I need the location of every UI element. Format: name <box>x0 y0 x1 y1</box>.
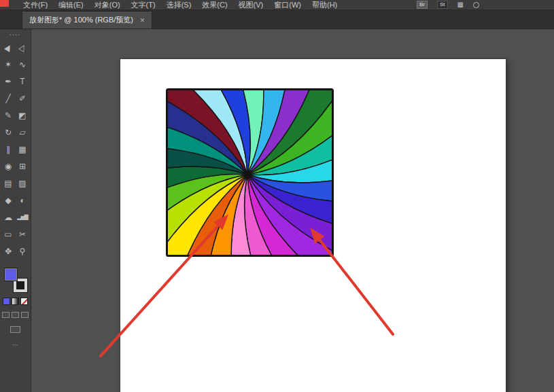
bridge-icon[interactable]: Br <box>417 1 428 9</box>
drawing-mode-buttons <box>2 312 29 318</box>
tools-panel: •••• ▶▷✶∿✒T╱✐✎◩↻▱∥▦◉⊞▤▨◆◐☁▂▅▇▭✂✥⚲ ⋯ <box>0 29 31 392</box>
fill-swatch[interactable] <box>4 268 18 281</box>
draw-inside-button[interactable] <box>21 312 29 318</box>
draw-behind-button[interactable] <box>12 312 19 318</box>
eyedropper-tool-icon[interactable]: ◆ <box>1 192 16 209</box>
toolbar-drag-handle[interactable]: •••• <box>10 32 20 37</box>
document-tab-bar: 放射图形* @ 100% (RGB/预览) × <box>0 10 554 29</box>
menu-item[interactable]: 文件(F) <box>18 0 53 10</box>
screen-mode-button[interactable] <box>10 326 20 333</box>
gradient-tool-icon[interactable]: ▨ <box>16 175 30 192</box>
color-mode-buttons <box>3 298 28 305</box>
tools-grid: ▶▷✶∿✒T╱✐✎◩↻▱∥▦◉⊞▤▨◆◐☁▂▅▇▭✂✥⚲ <box>1 39 30 260</box>
app-icon <box>0 0 9 7</box>
tab-close-icon[interactable]: × <box>140 16 145 25</box>
width-tool-icon[interactable]: ∥ <box>1 141 16 158</box>
topbar-right: Br St ▦ <box>417 1 554 9</box>
slice-tool-icon[interactable]: ✂ <box>16 226 30 243</box>
arrange-documents-icon[interactable]: ▦ <box>457 1 464 8</box>
shape-builder-tool-icon[interactable]: ◉ <box>1 158 16 175</box>
perspective-grid-tool-icon[interactable]: ⊞ <box>16 158 30 175</box>
menu-item[interactable]: 选择(S) <box>161 0 197 10</box>
draw-normal-button[interactable] <box>2 312 10 318</box>
selection-tool-icon[interactable]: ▶ <box>1 39 16 56</box>
scale-tool-icon[interactable]: ▱ <box>16 124 30 141</box>
pen-tool-icon[interactable]: ✒ <box>1 73 16 90</box>
menu-item[interactable]: 窗口(W) <box>269 0 307 10</box>
menu-item[interactable]: 效果(C) <box>196 0 232 10</box>
paintbrush-tool-icon[interactable]: ✐ <box>16 90 30 107</box>
toolbar-more-icon[interactable]: ⋯ <box>12 341 19 349</box>
type-tool-icon[interactable]: T <box>16 73 30 90</box>
menu-bar: 文件(F)编辑(E)对象(O)文字(T)选择(S)效果(C)视图(V)窗口(W)… <box>0 0 554 10</box>
stock-icon[interactable]: St <box>437 1 448 9</box>
menu-item[interactable]: 帮助(H) <box>307 0 343 10</box>
hand-tool-icon[interactable]: ✥ <box>1 243 16 260</box>
symbol-sprayer-tool-icon[interactable]: ☁ <box>1 209 16 226</box>
artboard-tool-icon[interactable]: ▭ <box>1 226 16 243</box>
magic-wand-tool-icon[interactable]: ✶ <box>1 56 16 73</box>
free-transform-tool-icon[interactable]: ▦ <box>16 141 30 158</box>
eraser-tool-icon[interactable]: ◩ <box>16 107 30 124</box>
fill-stroke-indicator <box>4 268 27 292</box>
color-button[interactable] <box>3 298 10 305</box>
canvas-area[interactable] <box>31 29 554 392</box>
document-tab-title: 放射图形* @ 100% (RGB/预览) <box>29 15 133 25</box>
column-graph-tool-icon[interactable]: ▂▅▇ <box>16 209 30 226</box>
document-tab[interactable]: 放射图形* @ 100% (RGB/预览) × <box>22 11 152 29</box>
radial-swirl-artwork[interactable] <box>166 88 334 257</box>
lasso-tool-icon[interactable]: ∿ <box>16 56 30 73</box>
menu-item[interactable]: 编辑(E) <box>53 0 89 10</box>
gradient-button[interactable] <box>12 298 19 305</box>
zoom-tool-icon[interactable]: ⚲ <box>16 243 30 260</box>
none-button[interactable] <box>20 298 28 305</box>
direct-selection-tool-icon[interactable]: ▷ <box>16 39 30 56</box>
artboard <box>120 59 506 392</box>
menu-item[interactable]: 对象(O) <box>89 0 126 10</box>
workspace-icon[interactable] <box>473 2 479 8</box>
illustrator-window: 文件(F)编辑(E)对象(O)文字(T)选择(S)效果(C)视图(V)窗口(W)… <box>0 0 554 392</box>
line-segment-tool-icon[interactable]: ╱ <box>1 90 16 107</box>
pencil-tool-icon[interactable]: ✎ <box>1 107 16 124</box>
menu-items: 文件(F)编辑(E)对象(O)文字(T)选择(S)效果(C)视图(V)窗口(W)… <box>18 0 343 10</box>
menu-item[interactable]: 视图(V) <box>233 0 269 10</box>
blend-tool-icon[interactable]: ◐ <box>16 192 30 209</box>
menu-item[interactable]: 文字(T) <box>126 0 161 10</box>
rotate-tool-icon[interactable]: ↻ <box>1 124 16 141</box>
mesh-tool-icon[interactable]: ▤ <box>1 175 16 192</box>
